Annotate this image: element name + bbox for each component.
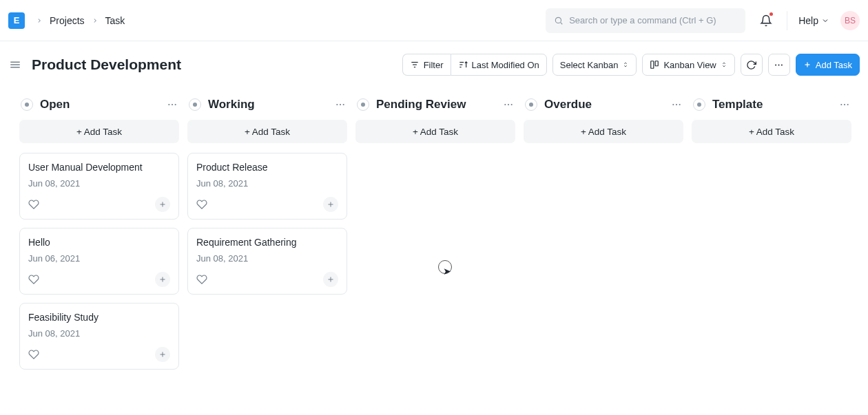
- sort-icon: [458, 60, 468, 70]
- column-menu-button[interactable]: [839, 99, 850, 110]
- status-indicator: [357, 98, 369, 111]
- chevron-right-icon: [36, 17, 43, 24]
- help-label: Help: [798, 15, 818, 26]
- task-title: Hello: [28, 237, 170, 248]
- breadcrumb-task[interactable]: Task: [105, 15, 125, 26]
- assign-button[interactable]: [155, 347, 170, 362]
- task-date: Jun 08, 2021: [196, 178, 338, 189]
- task-card[interactable]: User Manual DevelopmentJun 08, 2021: [19, 153, 179, 220]
- task-footer: [28, 347, 170, 362]
- help-menu[interactable]: Help: [798, 15, 829, 26]
- search-input[interactable]: [569, 15, 737, 25]
- task-card[interactable]: Requirement GatheringJun 08, 2021: [187, 228, 347, 295]
- app-logo[interactable]: E: [8, 12, 25, 29]
- divider: [787, 11, 787, 30]
- like-button[interactable]: [196, 274, 207, 285]
- task-footer: [28, 197, 170, 212]
- task-footer: [196, 272, 338, 287]
- assign-button[interactable]: [155, 272, 170, 287]
- page-title: Product Development: [32, 56, 181, 73]
- task-card[interactable]: Product ReleaseJun 08, 2021: [187, 153, 347, 220]
- add-task-slot[interactable]: + Add Task: [187, 120, 347, 143]
- svg-line-1: [561, 22, 563, 24]
- column-menu-button[interactable]: [335, 99, 346, 110]
- column-menu-button[interactable]: [671, 99, 682, 110]
- kanban-board: Open+ Add TaskUser Manual DevelopmentJun…: [0, 88, 868, 383]
- filter-label: Filter: [424, 60, 444, 70]
- column-name: Template: [712, 98, 839, 111]
- add-task-label: Add Task: [816, 60, 852, 70]
- add-task-slot[interactable]: + Add Task: [524, 120, 683, 143]
- assign-button[interactable]: [323, 197, 338, 212]
- status-indicator: [189, 98, 201, 111]
- filter-button[interactable]: Filter: [402, 54, 451, 76]
- like-button[interactable]: [196, 199, 207, 210]
- add-task-slot[interactable]: + Add Task: [355, 120, 515, 143]
- like-button[interactable]: [28, 199, 39, 210]
- task-card[interactable]: HelloJun 06, 2021: [19, 228, 179, 295]
- plus-icon: [803, 61, 812, 69]
- filter-icon: [410, 60, 420, 70]
- more-horizontal-icon: [774, 60, 784, 70]
- breadcrumb-projects[interactable]: Projects: [50, 15, 85, 26]
- svg-point-38: [672, 104, 674, 105]
- assign-button[interactable]: [155, 197, 170, 212]
- select-icon: [622, 60, 629, 70]
- column-name: Overdue: [544, 98, 671, 111]
- page-header: Product Development Filter Last Modified…: [0, 41, 868, 88]
- svg-point-20: [172, 104, 173, 105]
- sort-button[interactable]: Last Modified On: [451, 54, 547, 76]
- like-button[interactable]: [28, 274, 39, 285]
- kanban-icon: [650, 60, 659, 70]
- svg-rect-13: [656, 61, 659, 66]
- like-button[interactable]: [28, 349, 39, 360]
- view-button[interactable]: Kanban View: [642, 54, 734, 76]
- sidebar-toggle[interactable]: [6, 55, 25, 74]
- svg-point-30: [343, 104, 344, 105]
- task-footer: [196, 197, 338, 212]
- more-menu-button[interactable]: [768, 54, 790, 76]
- status-indicator: [693, 98, 705, 111]
- notifications-button[interactable]: [756, 11, 776, 30]
- task-date: Jun 08, 2021: [28, 178, 170, 189]
- svg-point-19: [168, 104, 169, 105]
- kanban-column: Open+ Add TaskUser Manual DevelopmentJun…: [19, 88, 179, 378]
- svg-rect-12: [651, 61, 654, 69]
- svg-point-29: [340, 104, 341, 105]
- filter-sort-group: Filter Last Modified On: [402, 54, 547, 76]
- add-task-slot[interactable]: + Add Task: [19, 120, 179, 143]
- assign-button[interactable]: [323, 272, 338, 287]
- column-menu-button[interactable]: [167, 99, 178, 110]
- svg-point-0: [556, 17, 561, 23]
- task-title: User Manual Development: [28, 162, 170, 173]
- search-icon: [554, 16, 564, 25]
- view-label: Kanban View: [663, 60, 716, 70]
- menu-icon: [9, 58, 21, 71]
- kanban-column: Working+ Add TaskProduct ReleaseJun 08, …: [187, 88, 347, 378]
- column-header: Open: [19, 88, 179, 120]
- task-title: Product Release: [196, 162, 338, 173]
- user-avatar[interactable]: BS: [840, 11, 860, 30]
- column-name: Pending Review: [376, 98, 503, 111]
- svg-point-16: [781, 64, 783, 65]
- svg-point-28: [336, 104, 338, 105]
- chevron-down-icon: [821, 17, 829, 25]
- column-header: Working: [187, 88, 347, 120]
- svg-point-41: [840, 104, 842, 105]
- select-kanban-button[interactable]: Select Kanban: [552, 54, 637, 76]
- task-footer: [28, 272, 170, 287]
- global-search[interactable]: [546, 8, 745, 33]
- refresh-button[interactable]: [741, 54, 763, 76]
- task-card[interactable]: Feasibility StudyJun 08, 2021: [19, 303, 179, 370]
- refresh-icon: [746, 60, 756, 70]
- add-task-slot[interactable]: + Add Task: [692, 120, 851, 143]
- topbar-right: Help BS: [546, 8, 860, 33]
- task-date: Jun 06, 2021: [28, 253, 170, 264]
- task-date: Jun 08, 2021: [28, 328, 170, 339]
- column-menu-button[interactable]: [503, 99, 514, 110]
- svg-point-37: [511, 104, 513, 105]
- add-task-button[interactable]: Add Task: [796, 54, 860, 76]
- column-header: Template: [692, 88, 851, 120]
- column-header: Overdue: [524, 88, 683, 120]
- sort-label: Last Modified On: [472, 60, 539, 70]
